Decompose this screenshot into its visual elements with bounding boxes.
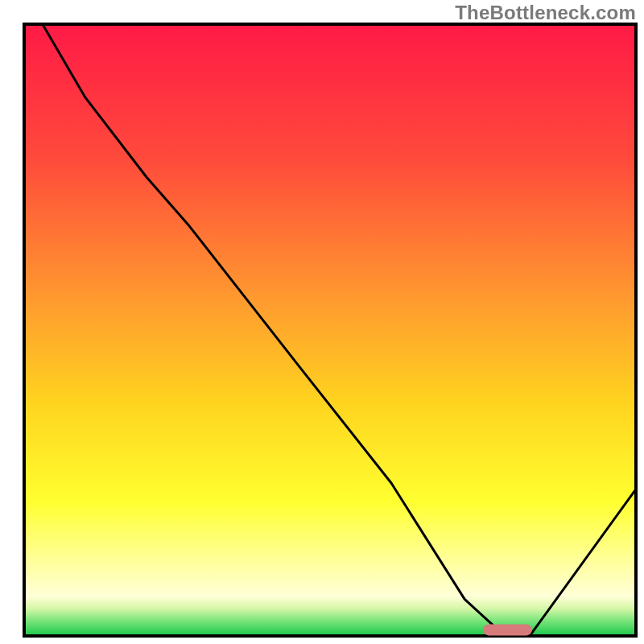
optimal-range-marker: [483, 624, 532, 635]
heat-gradient: [24, 24, 636, 636]
bottleneck-chart: [0, 0, 644, 644]
chart-container: TheBottleneck.com: [0, 0, 644, 644]
